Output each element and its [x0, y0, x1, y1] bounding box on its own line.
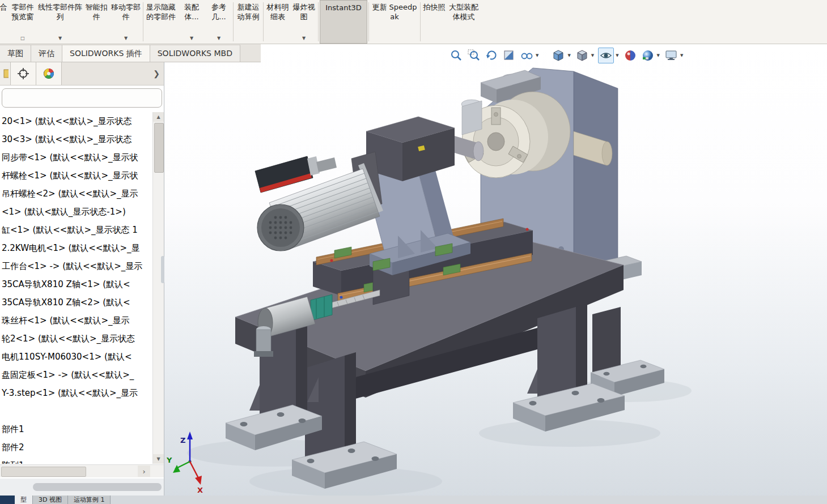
tree-item[interactable]: 吊杆螺栓<2> (默认<<默认>_显示: [0, 185, 164, 203]
panel-bottom-scrollbar[interactable]: [33, 483, 162, 491]
tab-bar-corner: [0, 496, 15, 504]
scroll-up-icon[interactable]: ▲: [153, 112, 164, 122]
ribbon-button-component-preview-window[interactable]: 零部件预览窗 □: [8, 0, 37, 44]
tree-item[interactable]: 轮2<1> (默认<<默认>_显示状态: [0, 330, 164, 348]
property-manager-tab[interactable]: [11, 62, 36, 85]
edit-appearance-icon[interactable]: [623, 48, 638, 63]
ribbon-separator: [420, 2, 421, 41]
tree-item[interactable]: 珠丝杆<1> (默认<<默认>_显示: [0, 311, 164, 330]
annotation-views-icon[interactable]: [519, 48, 534, 63]
ribbon-separator: [368, 2, 369, 41]
dropdown-arrow-icon: ▼: [124, 36, 128, 42]
ribbon-button-assembly-features[interactable]: 装配体... ▼: [177, 0, 206, 44]
tab-solidworks-addins[interactable]: SOLIDWORKS 插件: [62, 45, 150, 62]
tree-item[interactable]: Y-3.step<1> (默认<<默认>_显示: [0, 384, 164, 402]
dropdown-arrow-icon: ▼: [190, 36, 193, 42]
command-manager-tabs: 草图 评估 SOLIDWORKS 插件 SOLIDWORKS MBD: [0, 44, 261, 62]
heads-up-view-toolbar: ▼ ▼ ▼ ▼ ▼ ▼: [449, 48, 684, 63]
tree-item[interactable]: 阵列1: [0, 456, 164, 464]
ribbon-button-partial[interactable]: 合: [0, 2, 7, 12]
tree-item[interactable]: 缸<1> (默认<<默认>_显示状态 1: [0, 221, 164, 239]
ribbon-button-bill-of-materials[interactable]: 材料明细表: [265, 0, 291, 44]
ribbon-button-exploded-view[interactable]: 爆炸视图 ▼: [291, 0, 317, 44]
feature-manager-tab-partial[interactable]: [0, 62, 11, 85]
tree-item[interactable]: 20<1> (默认<<默认>_显示状态: [0, 112, 164, 130]
scrollbar-thumb[interactable]: [1, 467, 86, 477]
tab-3d-views[interactable]: 3D 视图: [33, 496, 68, 504]
orientation-triad: Z Y X: [166, 432, 203, 494]
apply-scene-icon[interactable]: [641, 48, 655, 63]
section-view-icon[interactable]: [502, 48, 516, 63]
tab-motion-study-1[interactable]: 运动算例 1: [68, 496, 111, 504]
tab-model[interactable]: 型: [15, 496, 33, 504]
zoom-fit-icon[interactable]: [449, 48, 464, 63]
feature-manager-panel: ❯ 20<1> (默认<<默认>_显示状态 30<3> (默认<<默认>_显示状…: [0, 62, 164, 479]
dropdown-arrow-icon[interactable]: ▼: [616, 53, 618, 58]
crosshair-icon: [17, 67, 29, 80]
hide-show-items-icon[interactable]: [598, 48, 614, 63]
ribbon-separator: [233, 2, 234, 41]
ribbon-button-new-motion-study[interactable]: 新建运动算例: [235, 0, 262, 44]
tree-item[interactable]: 盘固定板<1> -> (默认<<默认>_: [0, 366, 164, 384]
dropdown-arrow-icon: ▼: [58, 36, 62, 42]
command-manager-ribbon: 合 零部件预览窗 □ 线性零部件阵列 ▼ 智能扣件 移动零部件 ▼ 显示隐藏的零…: [0, 0, 827, 44]
ribbon-separator: [143, 2, 143, 41]
tab-solidworks-mbd[interactable]: SOLIDWORKS MBD: [150, 45, 240, 62]
zoom-area-icon[interactable]: [466, 48, 481, 63]
chuck-side-block[interactable]: [461, 100, 482, 135]
scroll-down-icon[interactable]: ▼: [153, 454, 164, 464]
view-settings-icon[interactable]: [664, 48, 678, 63]
tree-item[interactable]: 35CA导轨X810 Z轴<2> (默认<: [0, 293, 164, 311]
ribbon-separator: [318, 2, 319, 41]
triad-y-label: Y: [166, 456, 172, 464]
display-manager-tab[interactable]: [36, 62, 62, 85]
display-style-icon[interactable]: [575, 48, 589, 63]
ribbon-button-instant3d[interactable]: Instant3D: [320, 0, 367, 44]
spindle-carriage[interactable]: [364, 117, 484, 275]
checkbox-icon: □: [20, 36, 25, 42]
tree-item[interactable]: 30<3> (默认<<默认>_显示状态: [0, 130, 164, 148]
dropdown-arrow-icon[interactable]: ▼: [591, 53, 594, 58]
tree-item[interactable]: 杆螺栓<1> (默认<<默认>_显示状: [0, 166, 164, 185]
tree-item[interactable]: 35CA导轨X810 Z轴<1> (默认<: [0, 275, 164, 293]
scroll-right-icon[interactable]: ›: [138, 465, 150, 477]
previous-view-icon[interactable]: [484, 48, 499, 63]
feature-manager-tab-strip: ❯: [0, 62, 164, 86]
feature-tree: 20<1> (默认<<默认>_显示状态 30<3> (默认<<默认>_显示状态 …: [0, 112, 164, 464]
3d-model-machine-assembly[interactable]: Z Y X: [164, 62, 827, 496]
ribbon-button-reference-geometry[interactable]: 参考几... ▼: [206, 0, 232, 44]
ribbon-button-show-hidden-components[interactable]: 显示隐藏的零部件: [145, 0, 177, 44]
view-orientation-icon[interactable]: [551, 48, 566, 63]
dropdown-arrow-icon[interactable]: ▼: [567, 53, 570, 58]
tree-item[interactable]: 部件1: [0, 420, 164, 438]
feature-manager-filter-box[interactable]: [2, 88, 162, 108]
tree-item[interactable]: 部件2: [0, 438, 164, 456]
tree-item[interactable]: 电机110SY-M06030<1> (默认<: [0, 348, 164, 366]
panel-expand-chevron[interactable]: ❯: [149, 62, 164, 85]
tree-item[interactable]: 工作台<1> -> (默认<<默认>_显示: [0, 257, 164, 275]
dropdown-arrow-icon[interactable]: ▼: [680, 53, 683, 58]
tree-vertical-scrollbar[interactable]: ▲ ▼: [152, 112, 164, 464]
dropdown-arrow-icon: ▼: [217, 36, 220, 42]
model-view-tabs: 型 3D 视图 运动算例 1: [0, 496, 827, 504]
tab-sketch[interactable]: 草图: [0, 45, 31, 62]
panel-splitter-handle[interactable]: [161, 256, 164, 283]
ribbon-button-take-snapshot[interactable]: 拍快照: [422, 0, 447, 44]
triad-z-label: Z: [180, 436, 185, 445]
ribbon-button-large-assembly-mode[interactable]: 大型装配体模式: [447, 0, 481, 44]
tree-item[interactable]: <1> (默认<默认_显示状态-1>): [0, 203, 164, 221]
tree-item[interactable]: 2.2KW电机<1> (默认<<默认>_显: [0, 239, 164, 257]
tree-item[interactable]: 同步带<1> (默认<<默认>_显示状: [0, 148, 164, 166]
panel-bottom-strip: [0, 479, 164, 496]
ribbon-button-linear-component-pattern[interactable]: 线性零部件阵列 ▼: [37, 0, 83, 44]
dropdown-arrow-icon[interactable]: ▼: [536, 53, 538, 58]
dropdown-arrow-icon[interactable]: ▼: [657, 53, 660, 58]
tree-item-spacer: [0, 402, 164, 420]
ribbon-separator: [263, 2, 264, 41]
ribbon-button-move-component[interactable]: 移动零部件 ▼: [110, 0, 142, 44]
ribbon-button-smart-fasteners[interactable]: 智能扣件: [83, 0, 110, 44]
tree-horizontal-scrollbar[interactable]: ›: [0, 464, 164, 477]
scrollbar-thumb[interactable]: [154, 123, 164, 173]
ribbon-button-update-speedpak[interactable]: 更新 Speedpak: [370, 0, 419, 44]
tab-evaluate[interactable]: 评估: [31, 45, 62, 62]
